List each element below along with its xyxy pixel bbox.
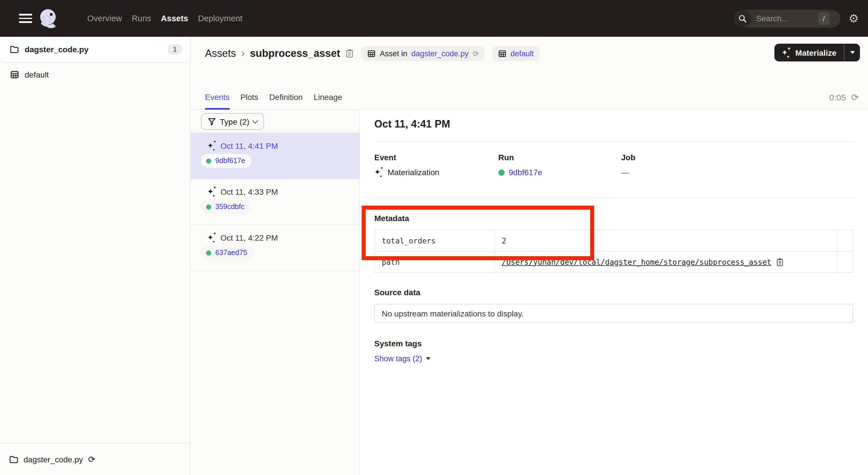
refresh-icon[interactable]: ⟳ [851,93,859,102]
app-window: Overview Runs Assets Deployment / ⚙ [0,0,868,475]
asset-sidebar: dagster_code.py 1 default [0,37,191,475]
search-input[interactable] [756,14,818,23]
table-row: total_orders 2 [375,230,853,251]
event-timestamp: Oct 11, 4:41 PM [220,141,278,150]
run-status-dot [206,158,211,164]
materialization-sparkle-icon: ✦ [374,168,383,177]
page-title: subprocess_asset [250,48,340,59]
event-list-item[interactable]: ✦ Oct 11, 4:41 PM 9dbf617e [191,133,360,179]
event-info-grid: Event ✦ Materialization Run 9dbf617e [374,153,855,177]
materialization-sparkle-icon: ✦ [207,233,216,242]
event-detail-panel: Oct 11, 4:41 PM Event ✦ Materialization … [360,110,868,475]
caret-down-icon [426,357,431,360]
footer-code-location-name: dagster_code.py [24,455,83,464]
tab-events[interactable]: Events [205,92,229,110]
run-id-link[interactable]: 637aed75 [215,249,247,257]
nav-deployment[interactable]: Deployment [198,14,243,23]
asset-in-code-location-pill[interactable]: Asset in dagster_code.py ⟳ [362,46,485,61]
asset-in-label: Asset in [380,49,407,58]
sidebar-footer-code-location[interactable]: dagster_code.py ⟳ [0,443,190,475]
asset-group-icon [10,71,19,79]
asset-tabs: Events Plots Definition Lineage [205,92,342,110]
run-label: Run [498,153,621,162]
job-value: — [621,168,629,177]
source-data-empty-state: No upstream materializations to display. [374,304,853,323]
copy-asset-name-icon[interactable] [346,49,354,58]
event-type: Materialization [388,168,439,177]
nav-assets[interactable]: Assets [161,14,188,23]
metadata-table: total_orders 2 path /Users/yuhan/dev/loc… [374,230,853,273]
settings-gear-icon[interactable]: ⚙ [848,12,859,24]
metadata-heading: Metadata [374,212,855,224]
group-link[interactable]: default [510,49,534,58]
run-pill[interactable]: 9dbf617e [201,154,251,168]
hamburger-menu-icon[interactable] [19,14,32,23]
materialize-sparkle-icon: ✦ [782,48,791,57]
sidebar-item-default-group[interactable]: default [0,63,190,87]
group-grid-icon [498,50,506,57]
tab-plots[interactable]: Plots [241,92,258,110]
run-id-link[interactable]: 9dbf617e [215,157,245,165]
materialize-button[interactable]: ✦ Materialize [775,43,844,61]
show-tags-toggle[interactable]: Show tags (2) [374,353,855,363]
run-status-dot [498,169,505,175]
asset-group-pill[interactable]: default [493,46,539,61]
event-timestamp: Oct 11, 4:22 PM [220,233,278,242]
reload-icon[interactable]: ⟳ [473,50,479,57]
nav-overview[interactable]: Overview [87,14,122,23]
run-status-dot [206,204,211,209]
source-data-heading: Source data [374,287,855,298]
events-filter-area: Type (2) [191,110,360,133]
nav-runs[interactable]: Runs [132,14,151,23]
run-status-dot [206,250,211,255]
metadata-key: path [375,251,495,272]
main-content: Assets › subprocess_asset [191,37,868,475]
event-timestamp: Oct 11, 4:33 PM [220,187,278,197]
reload-code-location-icon[interactable]: ⟳ [88,455,95,464]
materialization-sparkle-icon: ✦ [207,187,216,197]
search-shortcut-badge: / [818,12,830,25]
breadcrumb: Assets › subprocess_asset [205,46,539,61]
event-label: Event [374,153,498,162]
tab-lineage[interactable]: Lineage [314,92,342,110]
search-icon [734,9,751,27]
code-location-name: dagster_code.py [25,45,89,54]
breadcrumb-separator: › [241,47,245,60]
asset-group-name: default [25,70,49,79]
materialization-sparkle-icon: ✦ [207,141,216,150]
events-list-panel: Type (2) ✦ Oct 11, 4:41 PM 9dbf617e [191,110,360,475]
top-navigation-bar: Overview Runs Assets Deployment / ⚙ [0,0,868,37]
event-list-item[interactable]: ✦ Oct 11, 4:22 PM 637aed75 [191,225,360,271]
metadata-key: total_orders [375,230,495,251]
materialize-dropdown-button[interactable] [844,43,860,61]
refresh-timer: 0:05 ⟳ [829,92,859,102]
system-tags-heading: System tags [374,338,855,349]
type-filter-button[interactable]: Type (2) [201,113,265,130]
code-location-link[interactable]: dagster_code.py [411,49,469,58]
sidebar-item-code-location[interactable]: dagster_code.py 1 [0,37,190,63]
filter-funnel-icon [208,117,216,125]
run-id-link[interactable]: 359cdbfc [215,203,244,211]
event-list-item[interactable]: ✦ Oct 11, 4:33 PM 359cdbfc [191,179,360,225]
breadcrumb-assets-link[interactable]: Assets [205,48,236,59]
run-id-link[interactable]: 9dbf617e [508,168,542,177]
job-label: Job [621,153,855,162]
folder-icon [10,46,19,53]
asset-page-header: Assets › subprocess_asset [191,37,868,110]
refresh-countdown: 0:05 [829,92,846,102]
materialize-button-group: ✦ Materialize [775,43,860,61]
asset-grid-icon [368,50,376,57]
top-nav: Overview Runs Assets Deployment [87,14,242,23]
event-detail-title: Oct 11, 4:41 PM [374,117,855,131]
path-link[interactable]: /Users/yuhan/dev/local/dagster_home/stor… [502,258,771,266]
chevron-down-icon [253,118,258,123]
tab-definition[interactable]: Definition [269,92,303,110]
folder-icon [9,455,19,463]
chevron-down-icon [850,51,855,54]
dagster-logo-icon[interactable] [37,7,60,30]
metadata-value: 2 [495,230,837,251]
copy-path-icon[interactable] [776,258,783,266]
run-pill[interactable]: 637aed75 [201,246,253,260]
search-box[interactable]: / [734,9,840,27]
run-pill[interactable]: 359cdbfc [201,200,251,214]
